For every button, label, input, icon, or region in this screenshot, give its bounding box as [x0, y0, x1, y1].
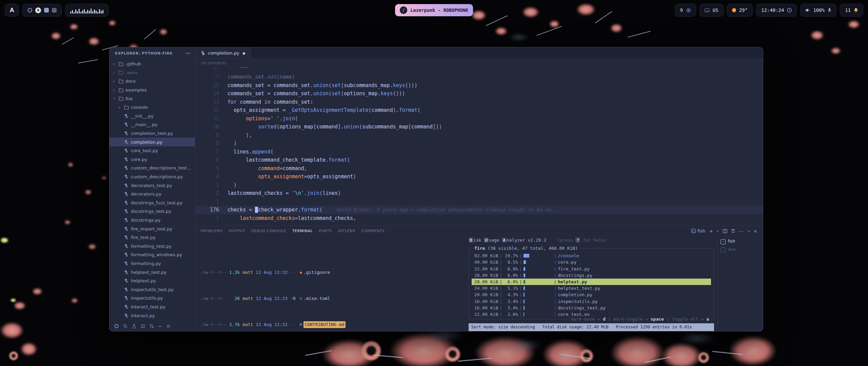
- python-file-icon: [124, 175, 129, 179]
- terminal-dua[interactable]: Disk Usage Analyzer v2.29.2 (press ? for…: [465, 236, 717, 331]
- file-date: 12 Aug 12:32: [256, 269, 288, 276]
- keyboard-icon: [705, 8, 710, 12]
- code-text: opts_assignment = _GetOptsAssignmentTemp…: [228, 106, 420, 115]
- launcher-button[interactable]: A: [5, 4, 19, 17]
- terminal-list-label: dua: [728, 246, 736, 253]
- tree-item[interactable]: › docstrings.py: [110, 216, 195, 225]
- python-file-icon: [124, 122, 129, 127]
- chevron-icon: ›: [112, 97, 117, 101]
- disc-icon[interactable]: [27, 8, 32, 13]
- tree-item[interactable]: › __init__.py: [110, 112, 195, 121]
- tree-item[interactable]: › .venv: [110, 68, 195, 77]
- package-icon[interactable]: [44, 8, 49, 13]
- tree-item-label: completion.py: [131, 140, 192, 145]
- tree-item[interactable]: › formatting_test.py: [110, 242, 195, 250]
- tree-item[interactable]: › inspectutils.py: [110, 294, 195, 303]
- code-text: ): [228, 181, 237, 189]
- tree-item[interactable]: › examples: [110, 86, 195, 95]
- dua-usage-bar: [524, 253, 553, 258]
- search-icon[interactable]: [123, 324, 127, 328]
- n-badge-icon[interactable]: N: [35, 7, 41, 13]
- editor-code-area[interactable]: 47 """ 16 commands_set.add(name) 15 comm…: [195, 67, 763, 226]
- tree-item[interactable]: › core_test.py: [110, 146, 195, 155]
- notifications-widget[interactable]: 11: [840, 4, 863, 17]
- tree-item[interactable]: › core.py: [110, 155, 195, 164]
- explorer-sidebar: EXPLORER: PYTHON-FIRE ⋯ › .github: [110, 47, 195, 331]
- keyboard-layout-widget[interactable]: US: [699, 4, 724, 17]
- audio-widget[interactable]: 100%: [800, 4, 836, 17]
- tree-item[interactable]: › decorators.py: [110, 190, 195, 199]
- topbar-center-group: ♪ Lazerpunk - ROBOPHONK: [395, 4, 473, 16]
- git-compare-icon[interactable]: [150, 324, 154, 328]
- tree-item[interactable]: › docstrings_fuzz_test.py: [110, 199, 195, 207]
- book-icon[interactable]: [141, 324, 145, 328]
- tree-item[interactable]: › docs: [110, 77, 195, 86]
- tree-item[interactable]: › formatting.py: [110, 259, 195, 268]
- tree-item[interactable]: › fire: [110, 94, 195, 103]
- breadcrumb[interactable]: no elements: [195, 59, 763, 67]
- beaker-icon[interactable]: [132, 324, 136, 328]
- tree-item[interactable]: › decorators_test.py: [110, 181, 195, 190]
- tab-completion-py[interactable]: completion.py ●: [195, 47, 251, 59]
- updates-widget[interactable]: 9: [675, 4, 696, 17]
- dua-row: 20.00 KiB | 4.3% | | completion.py: [472, 291, 711, 298]
- panel-more-icon[interactable]: ⋯: [739, 229, 744, 233]
- line-number: 3: [195, 181, 228, 189]
- terminal-fish[interactable]: .rw-r--r-- 1.2k matt 12 Aug 12:32 -- .gi…: [195, 236, 465, 331]
- close-panel-icon[interactable]: ×: [753, 229, 757, 233]
- tree-item[interactable]: › completion_test.py: [110, 129, 195, 138]
- file-tree: › .github ›: [110, 59, 195, 321]
- weather-widget[interactable]: 29°: [727, 4, 753, 17]
- tree-item[interactable]: › fire_test.py: [110, 233, 195, 242]
- terminal-profile[interactable]: fish: [691, 229, 706, 233]
- explorer-more-icon[interactable]: ⋯: [186, 50, 191, 56]
- tree-item[interactable]: › fire_import_test.py: [110, 224, 195, 233]
- panel-tab[interactable]: TERMINAL: [292, 229, 313, 233]
- clock-widget[interactable]: 12:40:24: [756, 4, 797, 17]
- tree-item[interactable]: › docstrings_test.py: [110, 207, 195, 216]
- file-listing-row: .rw-r--r-- 26 matt 12 Aug 12:33 -N .mise…: [200, 295, 465, 302]
- code-line: 15 commands_set = commands_set.union(set…: [195, 81, 763, 90]
- panel-tab[interactable]: COMMENTS: [361, 229, 385, 233]
- panel-tab[interactable]: OUTPUT: [229, 229, 245, 233]
- tree-item[interactable]: › custom_descriptions_test.py: [110, 164, 195, 172]
- tree-item[interactable]: › completion.py: [110, 138, 195, 146]
- tree-item[interactable]: › console: [110, 103, 195, 112]
- dua-usage-bar: [524, 306, 553, 310]
- terminal-list-item[interactable]: › dua: [721, 246, 760, 253]
- dua-row: 32.00 KiB | 6.8% | | fire_test.py: [472, 266, 711, 272]
- separator: |: [553, 311, 558, 318]
- tree-item[interactable]: › helptext.py: [110, 277, 195, 285]
- panel-tab[interactable]: GITLENS: [338, 229, 355, 233]
- panel-tab[interactable]: PORTS: [319, 229, 332, 233]
- statusbar-more-icon[interactable]: ⋯: [158, 323, 162, 329]
- git-blame-annotation: David Bieber, 5 years ago • Completion e…: [337, 206, 554, 214]
- split-terminal-button[interactable]: [723, 229, 727, 233]
- tree-item[interactable]: › formatting_windows.py: [110, 250, 195, 259]
- chevron-up-icon[interactable]: ›: [746, 230, 751, 232]
- kill-terminal-button[interactable]: [731, 229, 735, 233]
- tree-item[interactable]: › __main__.py: [110, 120, 195, 129]
- visualizer-bar: [101, 11, 102, 14]
- settings-gear-icon[interactable]: [166, 324, 171, 328]
- tree-item[interactable]: › .github: [110, 60, 195, 68]
- panel-tab[interactable]: DEBUG CONSOLE: [251, 229, 286, 233]
- tree-item[interactable]: › interact_test.py: [110, 303, 195, 311]
- code-line: 8 ): [195, 139, 763, 148]
- terminal-list-item[interactable]: › fish: [721, 238, 760, 245]
- topbar: A N ♪ Lazerpunk - ROBOPHONK 9 US: [5, 3, 863, 18]
- chevron-down-icon[interactable]: ›: [716, 230, 721, 232]
- tree-item[interactable]: › custom_descriptions.py: [110, 172, 195, 181]
- system-tray: N: [22, 4, 62, 17]
- bell-icon: [854, 8, 858, 13]
- audio-visualizer-widget[interactable]: [65, 4, 108, 17]
- tree-item[interactable]: › interact.py: [110, 311, 195, 320]
- new-terminal-button[interactable]: +: [709, 229, 713, 233]
- tree-item[interactable]: › helptext_test.py: [110, 268, 195, 277]
- panel-tab[interactable]: PROBLEMS: [201, 229, 222, 233]
- notes-icon[interactable]: [52, 8, 57, 13]
- tree-item[interactable]: › inspectutils_test.py: [110, 285, 195, 294]
- remote-icon[interactable]: [114, 324, 119, 328]
- file-permissions: .rw-r--r--: [200, 321, 226, 328]
- media-widget[interactable]: ♪ Lazerpunk - ROBOPHONK: [395, 4, 473, 16]
